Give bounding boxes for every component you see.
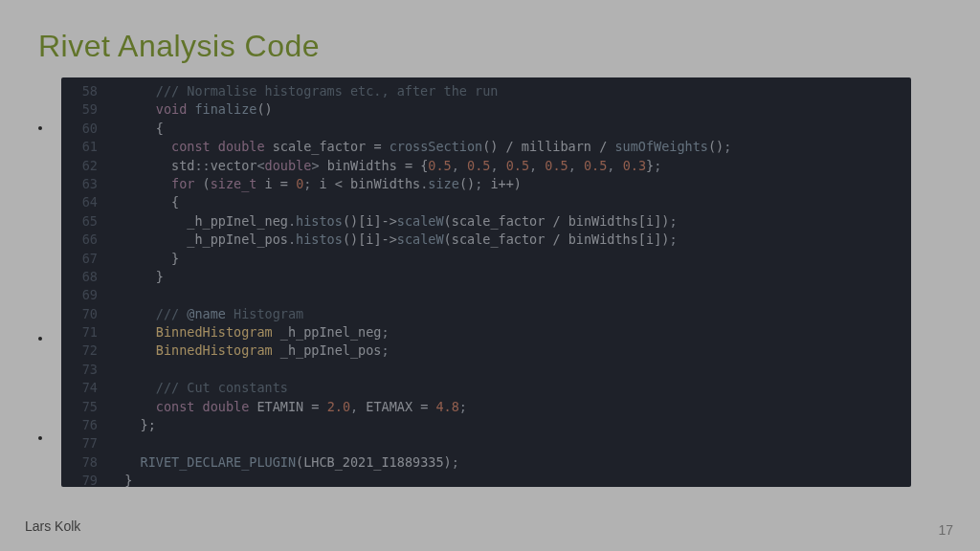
code-line [109,286,731,304]
line-number: 72 [61,342,98,360]
slide: Rivet Analysis Code 58596061626364656667… [0,0,980,551]
code-line: } [109,472,731,487]
line-number: 73 [61,361,98,379]
code-line: } [109,250,731,268]
code-block: 5859606162636465666768697071727374757677… [61,77,911,487]
code-content: /// Normalise histograms etc., after the… [105,77,731,487]
code-line: const double scale_factor = crossSection… [109,138,731,156]
footer-page-number: 17 [938,522,953,538]
line-number: 64 [61,193,98,211]
code-line: void finalize() [109,100,731,119]
bullet-dot [38,436,42,440]
line-number: 58 [61,82,98,100]
code-line: BinnedHistogram _h_ppInel_pos; [109,342,731,360]
line-number: 69 [61,286,98,304]
line-number: 74 [61,379,98,397]
footer-author: Lars Kolk [25,518,80,534]
code-line: for (size_t i = 0; i < binWidths.size();… [109,175,731,193]
line-number: 62 [61,157,98,175]
code-line: { [109,193,731,211]
line-number: 59 [61,100,98,119]
code-line: std::vector<double> binWidths = {0.5, 0.… [109,157,731,175]
line-number: 63 [61,175,98,193]
code-line: BinnedHistogram _h_ppInel_neg; [109,323,731,342]
code-line: /// Normalise histograms etc., after the… [109,82,731,100]
code-line: } [109,268,731,286]
line-number: 71 [61,323,98,342]
code-line: }; [109,416,731,434]
line-number: 75 [61,398,98,416]
slide-title: Rivet Analysis Code [38,29,942,64]
line-number: 67 [61,250,98,268]
code-line: /// @name Histogram [109,305,731,323]
code-line: { [109,120,731,138]
code-line [109,361,731,379]
line-number: 77 [61,434,98,452]
code-line: const double ETAMIN = 2.0, ETAMAX = 4.8; [109,398,731,416]
code-gutter: 5859606162636465666768697071727374757677… [61,77,105,487]
code-line: _h_ppInel_neg.histos()[i]->scaleW(scale_… [109,212,731,231]
line-number: 78 [61,453,98,472]
line-number: 60 [61,120,98,138]
bullet-dot [38,337,42,341]
line-number: 65 [61,212,98,231]
code-line: RIVET_DECLARE_PLUGIN(LHCB_2021_I1889335)… [109,453,731,472]
code-line [109,434,731,452]
bullet-dot [38,126,42,130]
line-number: 66 [61,231,98,249]
line-number: 76 [61,416,98,434]
code-line: /// Cut constants [109,379,731,397]
line-number: 79 [61,472,98,487]
line-number: 61 [61,138,98,156]
code-line: _h_ppInel_pos.histos()[i]->scaleW(scale_… [109,231,731,249]
line-number: 68 [61,268,98,286]
line-number: 70 [61,305,98,323]
